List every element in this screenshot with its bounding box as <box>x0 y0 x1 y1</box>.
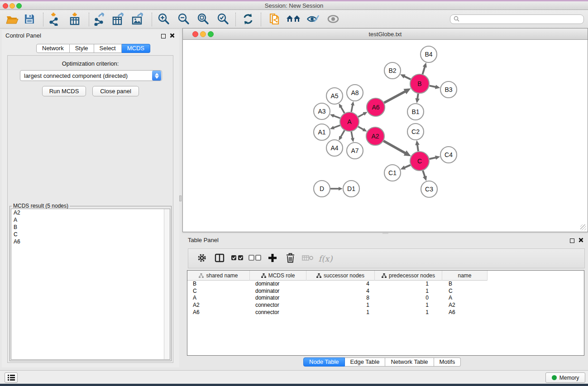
graph-node-A2[interactable]: A2 <box>366 127 384 145</box>
clone-network-button[interactable] <box>267 12 282 27</box>
function-builder-button[interactable]: f(x) <box>317 250 334 267</box>
graph-node-A4[interactable]: A4 <box>326 140 343 156</box>
zoom-fit-button[interactable] <box>195 12 210 27</box>
tab-select[interactable]: Select <box>94 44 122 53</box>
toolbar-search-field[interactable] <box>450 14 584 24</box>
tab-node-table[interactable]: Node Table <box>303 357 345 367</box>
tab-mcds[interactable]: MCDS <box>122 44 150 53</box>
graph-edge-A2-C[interactable] <box>383 141 406 153</box>
column-header-shared-name[interactable]: shared name <box>187 271 250 281</box>
zoom-in-button[interactable] <box>156 12 171 27</box>
graph-edge-A6-B[interactable] <box>384 91 406 103</box>
graph-node-B[interactable]: B <box>410 74 429 93</box>
close-window-button[interactable] <box>3 3 8 9</box>
show-details-button[interactable] <box>325 12 341 27</box>
home-neighbors-button[interactable] <box>286 12 301 27</box>
graph-edge-C-C1[interactable] <box>404 165 411 168</box>
show-panels-button[interactable] <box>5 372 18 383</box>
open-session-button[interactable] <box>5 12 20 27</box>
graph-edge-A-A3[interactable] <box>334 116 340 119</box>
tab-network[interactable]: Network <box>36 44 70 53</box>
graph-edge-A-A4[interactable] <box>341 130 345 137</box>
graph-edge-A-A8[interactable] <box>351 105 353 112</box>
graph-node-A3[interactable]: A3 <box>314 103 330 119</box>
select-all-button[interactable] <box>229 250 245 267</box>
graph-edge-A-A1[interactable] <box>334 125 340 128</box>
graph-node-D[interactable]: D <box>314 181 330 197</box>
graph-edge-A-A5[interactable] <box>341 107 344 113</box>
column-header-predecessor-nodes[interactable]: predecessor nodes <box>375 271 442 281</box>
graph-node-B2[interactable]: B2 <box>384 62 401 79</box>
window-resize-grip[interactable] <box>580 224 586 230</box>
mcds-result-item[interactable]: B <box>11 224 170 231</box>
search-input[interactable] <box>462 15 583 23</box>
column-header-mcds-role[interactable]: MCDS role <box>250 271 306 281</box>
export-image-button[interactable] <box>130 12 146 27</box>
criterion-select[interactable]: largest connected component (directed) <box>20 70 162 81</box>
table-row[interactable]: Adominator80A <box>187 295 584 302</box>
run-mcds-button[interactable]: Run MCDS <box>42 86 86 96</box>
table-row[interactable]: Bdominator41B <box>187 281 584 288</box>
export-table-button[interactable] <box>111 12 126 27</box>
graph-edge-C-C3[interactable] <box>423 171 425 177</box>
graph-edge-B-B3[interactable] <box>430 86 436 87</box>
graph-node-C3[interactable]: C3 <box>421 181 437 197</box>
graph-edge-A-A2[interactable] <box>358 127 363 130</box>
hide-details-button[interactable] <box>305 12 320 27</box>
graph-node-C4[interactable]: C4 <box>440 147 457 163</box>
graph-edge-A-A6[interactable] <box>358 114 364 117</box>
maximize-window-button[interactable] <box>16 3 22 9</box>
float-table-panel-icon[interactable] <box>570 238 574 243</box>
show-columns-button[interactable] <box>211 250 228 267</box>
close-panel-icon[interactable] <box>170 33 175 39</box>
graph-node-A7[interactable]: A7 <box>347 143 363 159</box>
save-session-button[interactable] <box>22 12 37 27</box>
graph-node-C1[interactable]: C1 <box>384 165 401 181</box>
network-maximize-button[interactable] <box>208 31 214 37</box>
list-scrollbar[interactable] <box>164 209 170 359</box>
graph-edge-C-C4[interactable] <box>430 157 436 159</box>
graph-node-A1[interactable]: A1 <box>314 124 330 140</box>
panel-splitter-handle[interactable] <box>179 195 182 201</box>
import-table-button[interactable] <box>67 12 82 27</box>
tab-edge-table[interactable]: Edge Table <box>345 357 386 367</box>
deselect-all-button[interactable] <box>247 250 263 267</box>
tab-network-table[interactable]: Network Table <box>385 357 434 367</box>
close-panel-button[interactable]: Close panel <box>92 86 139 96</box>
graph-edge-B-B2[interactable] <box>404 76 411 79</box>
graph-node-B4[interactable]: B4 <box>421 46 437 62</box>
table-row[interactable]: A6connector11A6 <box>187 309 584 316</box>
table-row[interactable]: A2connector11A2 <box>187 302 584 309</box>
float-panel-icon[interactable] <box>161 34 166 38</box>
network-close-button[interactable] <box>192 31 198 37</box>
refresh-layout-button[interactable] <box>240 12 256 27</box>
delete-table-button[interactable] <box>300 250 316 267</box>
graph-node-C[interactable]: C <box>410 152 429 171</box>
mcds-result-item[interactable]: A6 <box>11 238 170 245</box>
minimize-window-button[interactable] <box>10 3 15 9</box>
close-table-panel-icon[interactable] <box>578 237 583 244</box>
graph-node-A8[interactable]: A8 <box>347 85 363 101</box>
graph-node-A[interactable]: A <box>340 112 359 131</box>
graph-node-A6[interactable]: A6 <box>367 98 385 116</box>
import-network-button[interactable] <box>47 12 62 27</box>
graph-node-D1[interactable]: D1 <box>343 181 359 197</box>
add-column-button[interactable] <box>264 250 281 267</box>
delete-columns-button[interactable] <box>282 250 298 267</box>
memory-button[interactable]: Memory <box>545 372 585 383</box>
network-canvas[interactable]: B4B2BB3A5A8A6A3B1AA1C2A2A4A7CC4C1C3DD1 <box>183 40 587 231</box>
graph-edge-B-B4[interactable] <box>423 67 425 74</box>
tab-motifs[interactable]: Motifs <box>434 357 461 367</box>
network-minimize-button[interactable] <box>200 31 206 37</box>
graph-edge-C-C2[interactable] <box>417 144 418 151</box>
graph-node-C2[interactable]: C2 <box>407 124 424 140</box>
table-options-button[interactable] <box>194 250 210 267</box>
table-row[interactable]: Cdominator41C <box>187 288 584 295</box>
graph-node-A5[interactable]: A5 <box>326 88 343 104</box>
tab-style[interactable]: Style <box>70 44 94 53</box>
graph-node-B3[interactable]: B3 <box>440 81 457 98</box>
column-header-successor-nodes[interactable]: successor nodes <box>306 271 375 281</box>
zoom-out-button[interactable] <box>176 12 191 27</box>
zoom-selected-button[interactable] <box>215 12 230 27</box>
mcds-result-item[interactable]: A2 <box>11 209 170 216</box>
